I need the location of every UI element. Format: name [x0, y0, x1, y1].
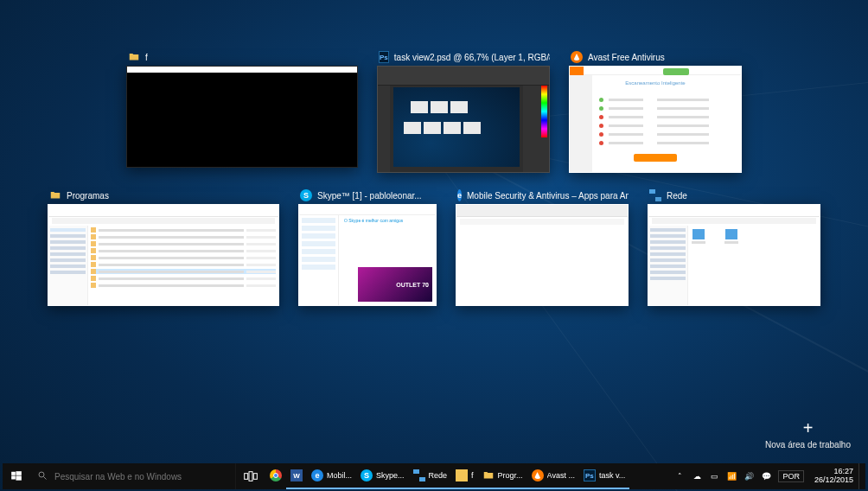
- edge-icon: e: [311, 469, 323, 481]
- task-view-card-header: Ps task view2.psd @ 66,7% (Layer 1, RGB/…: [377, 50, 550, 66]
- task-view-card-header: e Mobile Security & Antivirus – Apps par…: [456, 188, 629, 204]
- task-view-card-f[interactable]: f: [126, 50, 358, 168]
- task-view-card-thumbnail: [456, 204, 629, 306]
- tray-battery-icon[interactable]: ▭: [709, 471, 719, 481]
- network-icon: [413, 469, 425, 481]
- folder-icon: [49, 189, 61, 201]
- show-desktop-button[interactable]: [858, 463, 865, 489]
- svg-rect-6: [245, 474, 248, 480]
- status-dot-icon: [599, 132, 603, 137]
- tray-onedrive-icon[interactable]: ☁: [692, 471, 702, 481]
- folder-icon: [456, 469, 468, 481]
- task-view-card-header: Rede: [648, 188, 820, 204]
- task-view-card-avast[interactable]: Avast Free Antivirus Escaneamento Inteli…: [569, 50, 742, 173]
- svg-line-5: [44, 477, 47, 480]
- task-view-area: f Ps task view2.psd @ 66,7% (Layer 1, RG…: [48, 50, 820, 322]
- taskbar-spacer: [629, 463, 669, 489]
- avast-thumb-title: Escaneamento Inteligente: [570, 80, 741, 86]
- avast-thumb-item: [599, 124, 736, 128]
- taskbar-app[interactable]: [265, 463, 286, 489]
- task-view-card-header: S Skype™ [1] - pabloleonar...: [298, 188, 437, 204]
- skype-thumb-banner: OUTLET 70: [396, 282, 429, 288]
- svg-rect-2: [11, 475, 16, 479]
- task-view-card-thumbnail: [377, 66, 550, 173]
- avast-item-name: [609, 99, 643, 101]
- task-view-card-programas[interactable]: Programas: [48, 188, 279, 306]
- task-view-card-title: f: [145, 53, 148, 62]
- tray-chevron-icon[interactable]: ˄: [674, 471, 685, 481]
- taskbar-app[interactable]: Progr...: [478, 463, 527, 489]
- folder-icon: [128, 51, 140, 63]
- avast-thumb-item: [599, 98, 736, 102]
- tray-volume-icon[interactable]: 🔊: [744, 471, 754, 481]
- taskbar-search[interactable]: [30, 463, 236, 489]
- svg-point-4: [39, 472, 44, 477]
- new-desktop-label: Nova área de trabalho: [765, 440, 851, 450]
- avast-thumb-item: [599, 132, 736, 137]
- status-dot-icon: [599, 141, 603, 145]
- svg-rect-3: [16, 475, 21, 480]
- avast-icon: [571, 51, 583, 63]
- task-view-card-title: Programas: [67, 191, 109, 201]
- system-tray[interactable]: ˄ ☁ ▭ 📶 🔊 💬 POR: [669, 463, 809, 489]
- language-indicator[interactable]: POR: [778, 470, 804, 482]
- task-view-card-thumbnail: O Skype é melhor com amigos OUTLET 70: [298, 204, 437, 306]
- avast-item-desc: [657, 142, 709, 144]
- svg-rect-7: [249, 472, 252, 481]
- task-view-card-rede[interactable]: Rede: [648, 188, 820, 306]
- taskbar-app-label: task v...: [599, 471, 625, 480]
- task-view-card-photoshop[interactable]: Ps task view2.psd @ 66,7% (Layer 1, RGB/…: [377, 50, 550, 173]
- task-view-card-title: task view2.psd @ 66,7% (Layer 1, RGB/8): [394, 53, 550, 62]
- task-view-card-title: Skype™ [1] - pabloleonar...: [317, 191, 422, 201]
- task-view-card-title: Avast Free Antivirus: [588, 53, 665, 62]
- task-view-card-thumbnail: [126, 66, 358, 168]
- task-view-card-skype[interactable]: S Skype™ [1] - pabloleonar... O Skype é …: [298, 188, 437, 306]
- task-view-card-edge[interactable]: e Mobile Security & Antivirus – Apps par…: [456, 188, 629, 306]
- taskbar-app[interactable]: W: [286, 463, 307, 489]
- start-button[interactable]: [3, 463, 30, 489]
- taskbar-app-label: Avast ...: [547, 471, 575, 480]
- avast-item-name: [609, 133, 643, 136]
- avast-thumb-item: [599, 141, 736, 145]
- taskbar-app-label: Mobil...: [327, 471, 352, 480]
- task-view-card-header: f: [126, 50, 358, 66]
- photoshop-icon: Ps: [584, 469, 596, 481]
- taskbar-app-label: Progr...: [498, 471, 523, 480]
- taskbar-app[interactable]: eMobil...: [307, 463, 356, 489]
- avast-item-name: [609, 116, 643, 118]
- status-dot-icon: [599, 98, 603, 102]
- photoshop-icon: Ps: [379, 51, 389, 63]
- task-view-card-thumbnail: Escaneamento Inteligente: [569, 66, 742, 173]
- task-view-row-2: Programas S: [48, 188, 820, 306]
- avast-thumb-button: [634, 154, 677, 162]
- skype-thumb-title: O Skype é melhor com amigos: [344, 218, 431, 222]
- skype-icon: S: [300, 189, 312, 201]
- taskbar-app-label: Skype...: [376, 471, 405, 480]
- status-dot-icon: [599, 124, 603, 128]
- svg-rect-0: [11, 472, 16, 475]
- search-icon: [37, 470, 48, 482]
- avast-item-name: [609, 107, 643, 110]
- chrome-icon: [270, 469, 282, 481]
- avast-thumb-list: [599, 98, 736, 145]
- edge-icon: e: [457, 189, 462, 201]
- new-desktop-button[interactable]: + Nova área de trabalho: [765, 419, 851, 450]
- avast-item-desc: [657, 116, 709, 118]
- search-input[interactable]: [54, 472, 228, 481]
- taskbar-app-label: Rede: [429, 471, 448, 480]
- avast-item-desc: [657, 99, 709, 101]
- folder-icon: [482, 469, 495, 481]
- task-view-card-thumbnail: [48, 204, 279, 306]
- taskbar-app[interactable]: Avast ...: [527, 463, 579, 489]
- taskbar-clock[interactable]: 16:27 26/12/2015: [809, 463, 858, 489]
- task-view-button[interactable]: [236, 463, 265, 489]
- tray-action-center-icon[interactable]: 💬: [761, 471, 771, 481]
- taskbar-app[interactable]: SSkype...: [356, 463, 409, 489]
- tray-network-icon[interactable]: 📶: [726, 471, 737, 481]
- status-dot-icon: [599, 115, 603, 119]
- skype-icon: S: [361, 469, 373, 481]
- taskbar-app[interactable]: Pstask v...: [579, 463, 629, 489]
- taskbar-app[interactable]: f: [451, 463, 478, 489]
- svg-rect-1: [16, 471, 21, 475]
- taskbar-app[interactable]: Rede: [409, 463, 452, 489]
